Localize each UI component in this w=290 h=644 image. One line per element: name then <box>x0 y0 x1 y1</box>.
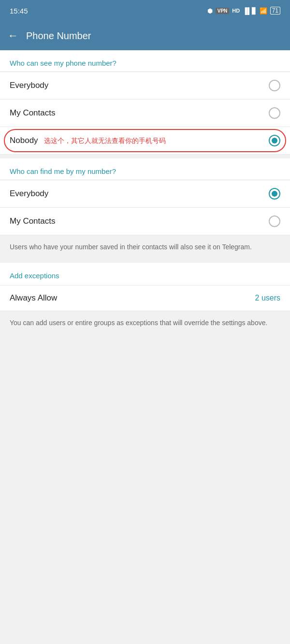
page-title: Phone Number <box>26 30 91 42</box>
see-nobody-radio[interactable] <box>269 135 280 146</box>
exceptions-info-box: You can add users or entire groups as ex… <box>0 311 290 335</box>
see-nobody-option-wrapper: Nobody 选这个，其它人就无法查看你的手机号码 <box>0 127 290 155</box>
bluetooth-icon: ⬢ <box>207 7 213 14</box>
see-everybody-radio[interactable] <box>269 80 280 91</box>
find-everybody-option[interactable]: Everybody <box>0 180 290 208</box>
who-can-see-header-text: Who can see my phone number? <box>10 59 116 67</box>
see-everybody-option[interactable]: Everybody <box>0 72 290 100</box>
always-allow-count: 2 users <box>255 294 280 302</box>
section-separator-1 <box>0 155 290 158</box>
status-icons: ⬢ VPN HD ▐▌▊ 📶 71 <box>207 7 280 14</box>
exceptions-header: Add exceptions <box>0 259 290 285</box>
vpn-badge: VPN <box>216 8 230 14</box>
exceptions-info-text: You can add users or entire groups as ex… <box>10 319 267 327</box>
see-nobody-label-group: Nobody 选这个，其它人就无法查看你的手机号码 <box>10 136 166 145</box>
hd-icon: HD <box>232 8 240 14</box>
back-icon: ← <box>8 29 18 42</box>
top-bar: ← Phone Number <box>0 21 290 50</box>
find-info-box: Users who have your number saved in thei… <box>0 235 290 259</box>
status-time: 15:45 <box>10 7 28 15</box>
signal-icon: ▐▌▊ <box>243 7 256 14</box>
who-can-see-section-header: Who can see my phone number? <box>0 50 290 72</box>
who-can-find-section-header: Who can find me by my number? <box>0 158 290 180</box>
add-exceptions-label: Add exceptions <box>10 272 59 280</box>
who-can-find-header-text: Who can find me by my number? <box>10 167 116 175</box>
find-my-contacts-radio[interactable] <box>269 215 280 227</box>
who-can-find-options: Everybody My Contacts <box>0 180 290 235</box>
see-my-contacts-option[interactable]: My Contacts <box>0 100 290 127</box>
see-nobody-label: Nobody <box>10 136 38 145</box>
always-allow-label: Always Allow <box>10 293 57 303</box>
nobody-annotation-text: 选这个，其它人就无法查看你的手机号码 <box>44 137 166 144</box>
exceptions-section: Add exceptions Always Allow 2 users <box>0 259 290 311</box>
find-info-text: Users who have your number saved in thei… <box>10 243 252 251</box>
see-nobody-option[interactable]: Nobody 选这个，其它人就无法查看你的手机号码 <box>0 127 290 154</box>
see-my-contacts-radio[interactable] <box>269 107 280 119</box>
back-button[interactable]: ← <box>8 29 18 42</box>
see-my-contacts-label: My Contacts <box>10 108 55 118</box>
who-can-see-options: Everybody My Contacts Nobody 选这个，其它人就无法查… <box>0 72 290 155</box>
see-everybody-label: Everybody <box>10 81 48 90</box>
bottom-spacer <box>0 335 290 480</box>
find-my-contacts-option[interactable]: My Contacts <box>0 208 290 235</box>
find-everybody-radio[interactable] <box>269 188 280 200</box>
battery-icon: 71 <box>270 7 280 14</box>
always-allow-row[interactable]: Always Allow 2 users <box>0 285 290 311</box>
wifi-icon: 📶 <box>260 7 267 14</box>
find-my-contacts-label: My Contacts <box>10 216 55 226</box>
find-everybody-label: Everybody <box>10 189 48 199</box>
status-bar: 15:45 ⬢ VPN HD ▐▌▊ 📶 71 <box>0 0 290 21</box>
